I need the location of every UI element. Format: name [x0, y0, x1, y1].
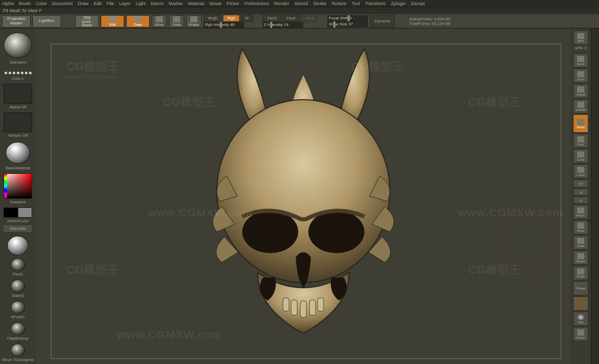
solo-button[interactable]: Solo — [573, 312, 588, 326]
rgb-intensity-slider[interactable]: Rgb Intensity 40 — [204, 22, 244, 28]
menu-picker[interactable]: Picker — [226, 1, 239, 6]
menu-material[interactable]: Material — [188, 1, 204, 6]
z-intensity-slider[interactable]: Z Intensity 19 — [263, 22, 303, 28]
edit-button[interactable]: Edit — [101, 15, 124, 27]
aahalf-icon — [577, 102, 584, 108]
sculpt-model[interactable] — [181, 44, 425, 349]
material-thumbnail[interactable] — [6, 142, 30, 164]
zoom-button[interactable]: Zoom — [573, 69, 588, 83]
menu-zplugin[interactable]: Zplugin — [391, 1, 406, 6]
local-button[interactable]: Local — [573, 149, 588, 163]
stroke-icon[interactable] — [5, 72, 32, 74]
magnify-icon — [577, 238, 584, 244]
brush-preset-movetopo[interactable] — [11, 344, 25, 356]
menu-color[interactable]: Color — [36, 1, 47, 6]
alpha-slot[interactable] — [4, 84, 32, 104]
nav-rotate-button[interactable]: Rotate — [573, 251, 588, 265]
nav-move-button[interactable]: Move — [573, 220, 588, 234]
render-icon — [577, 33, 584, 39]
brush-thumbnail[interactable] — [4, 33, 32, 58]
move-button[interactable]: Move — [152, 15, 167, 27]
zsub-toggle[interactable]: Zsub — [282, 15, 300, 22]
preview-ball[interactable] — [7, 236, 28, 255]
zadd-toggle[interactable]: Zadd — [263, 15, 281, 22]
menu-file[interactable]: File — [107, 1, 115, 6]
tray-handle[interactable] — [591, 28, 599, 364]
zcut-toggle[interactable]: Zcut — [301, 15, 319, 22]
menu-movie[interactable]: Movie — [209, 1, 221, 6]
brush-preset-slash3[interactable] — [11, 280, 25, 292]
main-color-swatch[interactable] — [4, 207, 18, 218]
nav-scale-button[interactable]: Scale — [573, 235, 588, 250]
menu-stencil[interactable]: Stencil — [294, 1, 308, 6]
persp-icon — [577, 119, 584, 125]
menu-macro[interactable]: Macro — [151, 1, 163, 6]
mrgb-toggle[interactable]: Mrgb — [204, 15, 222, 22]
menu-texture[interactable]: Texture — [331, 1, 347, 6]
polyf-button[interactable]: PolyF — [573, 266, 588, 280]
brush-preset-hpolish[interactable] — [11, 301, 25, 314]
alternate-button[interactable]: Alternate — [4, 225, 32, 232]
menu-stroke[interactable]: Stroke — [313, 1, 326, 6]
menu-transform[interactable]: Transform — [365, 1, 386, 6]
focal-shift-slider[interactable]: Focal Shift 0 — [327, 15, 368, 21]
move-icon — [156, 16, 163, 22]
quick-sketch-button[interactable]: Quick Sketch — [75, 15, 99, 27]
dynamic-toggle[interactable]: Dynamic — [370, 15, 395, 27]
hint-bar: Fit Mesh To View F — [0, 7, 599, 14]
svg-rect-4 — [291, 300, 297, 315]
actual-button[interactable]: Actual — [573, 84, 588, 98]
brush-preset-claybuildup[interactable] — [11, 322, 25, 335]
xyz-button[interactable]: Xyz — [573, 179, 588, 188]
brush-preset-pinch[interactable] — [11, 258, 25, 271]
frame-icon — [577, 207, 584, 214]
menu-draw[interactable]: Draw — [78, 1, 89, 6]
menu-marker[interactable]: Marker — [168, 1, 183, 6]
color-picker[interactable] — [4, 173, 32, 199]
menu-bar: Alpha Brush Color Document Draw Edit Fil… — [0, 0, 599, 7]
menu-layer[interactable]: Layer — [119, 1, 131, 6]
draw-button[interactable]: Draw — [126, 15, 150, 27]
menu-edit[interactable]: Edit — [94, 1, 102, 6]
persp-button[interactable]: Persp — [573, 114, 588, 133]
canvas-area[interactable]: CG模型王www.CGMXW.com CG模型王 CG模型王 CG模型王 www… — [36, 28, 571, 364]
brush-preset-slash3-label: Slash3 — [12, 293, 24, 298]
texture-slot[interactable] — [4, 112, 32, 132]
rotate-icon — [190, 16, 197, 22]
scale-button[interactable]: Scale — [169, 15, 184, 27]
menu-document[interactable]: Document — [52, 1, 73, 6]
rgb-toggle[interactable]: Rgb — [223, 15, 240, 22]
frame-button[interactable]: Frame — [573, 205, 588, 219]
menu-brush[interactable]: Brush — [19, 1, 31, 6]
svg-point-2 — [308, 210, 364, 253]
menu-zscript[interactable]: Zscript — [411, 1, 425, 6]
rot-y-button[interactable]: ⟲ — [573, 189, 588, 196]
hint-text: Fit Mesh To View F — [3, 8, 42, 13]
draw-size-slider[interactable]: Draw Size 37 — [327, 21, 368, 27]
transp-button[interactable]: Transp — [573, 281, 588, 295]
xpose-button[interactable]: Xpose — [573, 327, 588, 341]
menu-light[interactable]: Light — [136, 1, 146, 6]
lsym-button[interactable]: L.Sym — [573, 164, 588, 178]
gradient-label[interactable]: Gradient — [10, 200, 26, 204]
material-name-label: BasicMaterial — [6, 166, 30, 170]
ghost-button[interactable] — [573, 296, 588, 311]
lsym-icon — [577, 167, 584, 173]
menu-preferences[interactable]: Preferences — [244, 1, 269, 6]
m-toggle[interactable]: M — [241, 15, 253, 22]
menu-render[interactable]: Render — [274, 1, 290, 6]
floor-button[interactable]: Floor — [573, 134, 588, 148]
menu-tool[interactable]: Tool — [352, 1, 360, 6]
bpr-button[interactable]: BPR — [573, 31, 588, 45]
lightbox-button[interactable]: LightBox — [33, 15, 61, 27]
aahalf-button[interactable]: AAHalf — [573, 99, 588, 113]
switch-color-button[interactable]: SwitchColor — [7, 219, 29, 223]
secondary-color-swatch[interactable] — [18, 207, 32, 218]
scroll-button[interactable]: Scroll — [573, 53, 588, 68]
rot-z-button[interactable]: ⟳ — [573, 197, 588, 204]
rotate-button[interactable]: Rotate — [186, 15, 202, 27]
projection-master-button[interactable]: Projection Master — [2, 15, 31, 27]
menu-alpha[interactable]: Alpha — [2, 1, 14, 6]
brush-preset-movetopo-label: Move Topological — [2, 357, 34, 362]
spix-label[interactable]: SPix 3 — [575, 46, 586, 50]
